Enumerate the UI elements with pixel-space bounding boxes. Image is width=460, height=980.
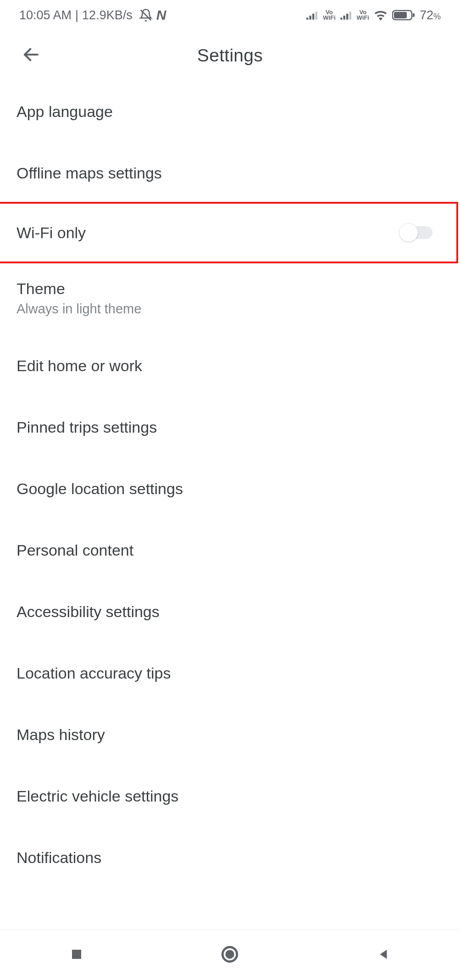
row-label: Location accuracy tips: [17, 664, 171, 682]
battery-percentage: 72%: [420, 8, 441, 22]
row-label: Wi-Fi only: [17, 224, 86, 242]
svg-rect-10: [394, 12, 407, 18]
row-label: Notifications: [17, 849, 101, 867]
triangle-left-icon: [377, 947, 390, 963]
svg-rect-8: [349, 11, 351, 19]
status-separator: |: [75, 8, 78, 22]
app-bar: Settings: [0, 30, 460, 81]
row-personal-content[interactable]: Personal content: [0, 519, 460, 581]
row-sublabel: Always in light theme: [17, 301, 141, 317]
svg-rect-3: [312, 14, 314, 20]
row-label: Offline maps settings: [17, 164, 162, 182]
row-label: Accessibility settings: [17, 603, 160, 621]
wifi-only-toggle[interactable]: [401, 226, 432, 239]
settings-list: App language Offline maps settings Wi-Fi…: [0, 81, 460, 888]
nav-back-button[interactable]: [372, 944, 395, 967]
row-wifi-only[interactable]: Wi-Fi only: [0, 202, 458, 263]
row-label: Pinned trips settings: [17, 418, 157, 436]
vowifi-icon: VoWiFi: [323, 10, 335, 20]
svg-rect-1: [306, 17, 308, 19]
status-right: VoWiFi VoWiFi 72%: [306, 8, 441, 22]
row-pinned-trips[interactable]: Pinned trips settings: [0, 396, 460, 458]
page-title: Settings: [0, 45, 460, 66]
battery-icon: [392, 9, 415, 21]
row-app-language[interactable]: App language: [0, 81, 460, 142]
row-location-tips[interactable]: Location accuracy tips: [0, 642, 460, 704]
status-time: 10:05 AM: [19, 8, 72, 22]
row-google-location[interactable]: Google location settings: [0, 458, 460, 519]
n-icon: N: [156, 7, 166, 23]
bell-muted-icon: [139, 8, 153, 22]
row-label: Google location settings: [17, 480, 183, 498]
svg-rect-11: [413, 13, 415, 17]
toggle-knob: [399, 223, 418, 242]
svg-rect-5: [340, 17, 342, 19]
row-edit-home-work[interactable]: Edit home or work: [0, 335, 460, 396]
circle-icon: [220, 945, 239, 966]
svg-rect-2: [310, 16, 311, 20]
row-label: Maps history: [17, 726, 105, 744]
svg-rect-4: [316, 11, 317, 19]
row-ev-settings[interactable]: Electric vehicle settings: [0, 765, 460, 827]
navigation-bar: [0, 930, 460, 980]
svg-point-15: [226, 950, 234, 958]
signal-icon-2: [340, 11, 352, 20]
row-label: Edit home or work: [17, 357, 142, 375]
row-theme[interactable]: Theme Always in light theme: [0, 262, 460, 335]
row-maps-history[interactable]: Maps history: [0, 704, 460, 765]
row-notifications[interactable]: Notifications: [0, 827, 460, 888]
row-accessibility[interactable]: Accessibility settings: [0, 581, 460, 642]
row-label: Electric vehicle settings: [17, 787, 178, 805]
vowifi-icon-2: VoWiFi: [357, 10, 369, 20]
wifi-icon: [374, 10, 388, 21]
svg-rect-13: [72, 950, 81, 959]
status-left: 10:05 AM | 12.9KB/s N: [19, 7, 166, 23]
svg-rect-6: [343, 16, 345, 20]
status-data-speed: 12.9KB/s: [82, 8, 133, 22]
svg-rect-7: [346, 14, 348, 20]
square-icon: [70, 947, 83, 963]
nav-home-button[interactable]: [218, 944, 241, 967]
row-offline-maps[interactable]: Offline maps settings: [0, 142, 460, 204]
row-label: Theme: [17, 280, 141, 298]
row-label: Personal content: [17, 541, 133, 559]
signal-icon: [306, 11, 318, 20]
status-bar: 10:05 AM | 12.9KB/s N VoWiFi VoWiFi 72%: [0, 0, 460, 30]
row-label: App language: [17, 103, 113, 121]
nav-recent-button[interactable]: [65, 944, 88, 967]
